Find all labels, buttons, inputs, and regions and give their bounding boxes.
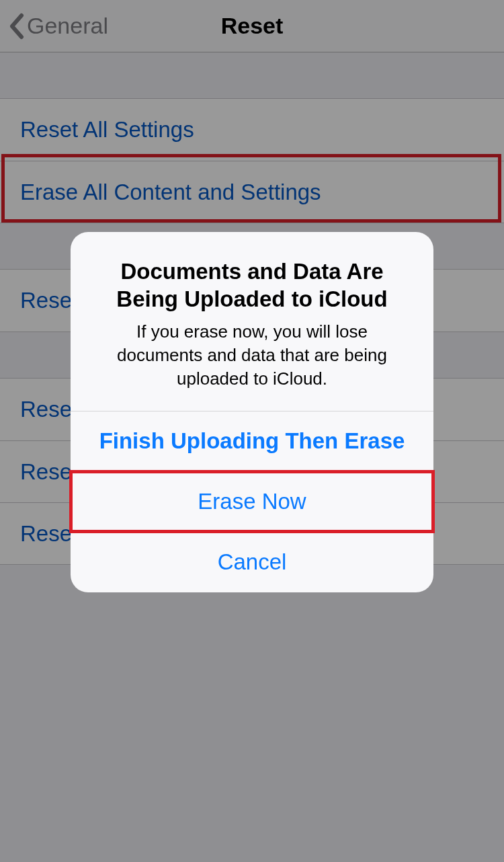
alert-actions: Finish Uploading Then Erase Erase Now Ca…: [71, 411, 433, 592]
button-label: Erase Now: [198, 489, 306, 514]
alert-message: If you erase now, you will lose document…: [89, 320, 415, 391]
alert-action-erase-now[interactable]: Erase Now: [71, 471, 433, 532]
alert-dialog: Documents and Data Are Being Uploaded to…: [71, 232, 433, 592]
alert-title: Documents and Data Are Being Uploaded to…: [89, 258, 415, 313]
alert-action-finish-uploading[interactable]: Finish Uploading Then Erase: [71, 411, 433, 471]
alert-action-cancel[interactable]: Cancel: [71, 532, 433, 592]
alert-body: Documents and Data Are Being Uploaded to…: [71, 232, 433, 411]
button-label: Finish Uploading Then Erase: [99, 428, 405, 454]
button-label: Cancel: [218, 549, 287, 575]
